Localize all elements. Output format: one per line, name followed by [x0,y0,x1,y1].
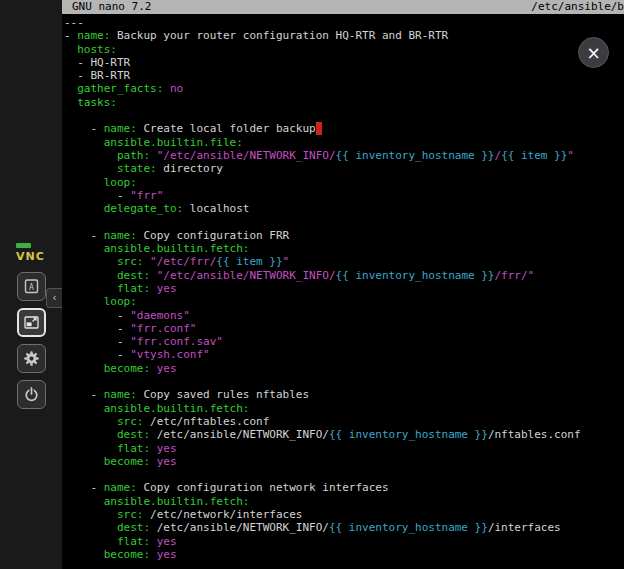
code-segment: /frr/" [495,269,535,282]
code-line[interactable]: dest: /etc/ansible/NETWORK_INFO/{{ inven… [64,428,624,441]
control-bar-handle[interactable]: ‹ [46,288,62,308]
code-line[interactable]: ansible.builtin.fetch: [64,495,624,508]
code-line[interactable]: - name: Create local folder backup [64,122,624,135]
code-segment: "vtysh.conf" [130,348,209,361]
code-line[interactable]: flat: yes [64,442,624,455]
code-line[interactable] [64,375,624,388]
code-line[interactable]: state: directory [64,162,624,175]
code-line[interactable]: ansible.builtin.fetch: [64,402,624,415]
fullscreen-icon [23,314,40,331]
code-line[interactable]: src: "/etc/frr/{{ item }}" [64,255,624,268]
code-segment: "/etc/frr/ [150,255,216,268]
novnc-logo-text: VNC [16,250,45,263]
code-segment: src: [117,415,144,428]
code-line[interactable]: delegate_to: localhost [64,202,624,215]
code-segment: name: [104,229,137,242]
code-segment [64,202,104,215]
code-line[interactable]: gather_facts: no [64,82,624,95]
code-line[interactable]: - HQ-RTR [64,56,624,69]
code-segment: "/etc/ansible/NETWORK_INFO/ [157,149,336,162]
code-segment: tasks: [77,96,117,109]
power-button[interactable] [17,380,46,409]
code-line[interactable]: hosts: [64,43,624,56]
code-line[interactable]: - name: Copy configuration network inter… [64,481,624,494]
code-line[interactable]: src: /etc/network/interfaces [64,508,624,521]
code-line[interactable]: - "frr.conf" [64,322,624,335]
code-line[interactable]: - name: Copy saved rules nftables [64,388,624,401]
code-segment: become: [104,362,150,375]
code-segment [64,428,117,441]
code-line[interactable]: become: yes [64,362,624,375]
code-segment: loop: [104,176,137,189]
code-line[interactable]: - BR-RTR [64,69,624,82]
code-segment [64,269,117,282]
code-segment [64,162,117,175]
fullscreen-button[interactable] [17,308,46,337]
code-segment: --- [64,16,84,29]
code-line[interactable]: become: yes [64,455,624,468]
code-line[interactable]: dest: /etc/ansible/NETWORK_INFO/{{ inven… [64,521,624,534]
code-line[interactable]: loop: [64,295,624,308]
code-line[interactable] [64,215,624,228]
code-segment [64,295,104,308]
code-line[interactable]: src: /etc/nftables.conf [64,415,624,428]
code-segment: ansible.builtin.fetch: [104,402,250,415]
code-segment: flat: [117,535,150,548]
code-line[interactable]: loop: [64,176,624,189]
code-segment: /etc/ansible/NETWORK_INFO/ [150,428,329,441]
nano-editor[interactable]: ---- name: Backup your router configurat… [62,14,624,569]
code-segment: yes [150,548,177,561]
code-segment: gather_facts: [77,82,163,95]
code-line[interactable]: flat: yes [64,535,624,548]
code-segment [150,269,157,282]
code-segment [150,149,157,162]
code-segment: src: [117,508,144,521]
gear-icon [23,350,40,367]
code-segment: name: [104,481,137,494]
code-segment: " [567,149,574,162]
code-line[interactable] [64,468,624,481]
code-segment: - [64,322,130,335]
code-segment: loop: [104,295,137,308]
code-segment [64,548,104,561]
code-line[interactable]: path: "/etc/ansible/NETWORK_INFO/{{ inve… [64,149,624,162]
code-line[interactable]: - name: Backup your router configuration… [64,29,624,42]
code-segment: dest: [117,428,150,441]
code-segment: - [64,481,104,494]
code-line[interactable]: ansible.builtin.file: [64,136,624,149]
clipboard-button[interactable]: A [17,272,46,301]
code-segment: "frr.conf" [130,322,196,335]
text-cursor [316,122,323,135]
code-segment: /etc/ansible/NETWORK_INFO/ [150,521,329,534]
code-segment [64,242,104,255]
clipboard-icon: A [23,278,40,295]
vnc-sidebar: VNC A [0,0,62,569]
code-segment [64,442,117,455]
code-line[interactable]: flat: yes [64,282,624,295]
code-line[interactable]: - name: Copy configuration FRR [64,229,624,242]
code-line[interactable]: ansible.builtin.fetch: [64,242,624,255]
code-segment [64,535,117,548]
code-segment [64,82,77,95]
code-line[interactable]: tasks: [64,96,624,109]
code-line[interactable]: - "frr" [64,189,624,202]
editor-lines: ---- name: Backup your router configurat… [64,16,624,561]
code-line[interactable]: - "frr.conf.sav" [64,335,624,348]
code-line[interactable] [64,109,624,122]
settings-button[interactable] [17,344,46,373]
code-line[interactable]: become: yes [64,548,624,561]
code-line[interactable]: dest: "/etc/ansible/NETWORK_INFO/{{ inve… [64,269,624,282]
code-segment: - [64,388,104,401]
code-segment [64,415,117,428]
code-segment: no [163,82,183,95]
code-segment: Create local folder backup [137,122,316,135]
code-line[interactable]: - "daemons" [64,309,624,322]
code-segment [64,96,77,109]
code-segment: /etc/network/interfaces [143,508,302,521]
code-segment: become: [104,548,150,561]
close-button[interactable]: × [578,37,609,68]
code-line[interactable]: --- [64,16,624,29]
code-segment [64,136,104,149]
code-line[interactable]: - "vtysh.conf" [64,348,624,361]
code-segment: become: [104,455,150,468]
